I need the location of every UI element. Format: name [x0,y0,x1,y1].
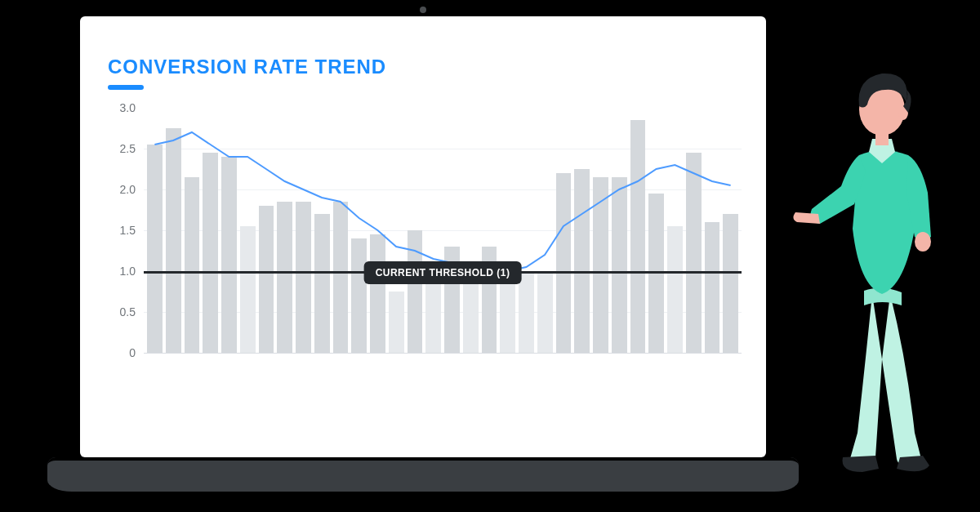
laptop-base [47,457,799,492]
threshold-badge: CURRENT THRESHOLD (1) [364,261,522,284]
threshold-line: CURRENT THRESHOLD (1) [144,271,742,274]
laptop-screen: CONVERSION RATE TREND 00.51.01.52.02.53.… [80,16,766,457]
y-tick-label: 1.0 [120,265,136,278]
svg-point-0 [915,232,931,252]
chart-title: CONVERSION RATE TREND [108,56,386,78]
camera-dot [420,7,426,13]
y-tick-label: 1.5 [120,224,136,237]
plot-area: CURRENT THRESHOLD (1) [144,108,742,354]
conversion-chart: 00.51.01.52.02.53.0 CURRENT THRESHOLD (1… [100,108,745,377]
title-underline [108,85,144,90]
y-tick-label: 3.0 [120,101,136,114]
y-tick-label: 2.0 [120,183,136,196]
y-tick-label: 0.5 [120,305,136,318]
trend-line [144,108,742,353]
person-illustration [800,49,964,474]
y-tick-label: 0 [129,346,136,359]
y-tick-label: 2.5 [120,142,136,155]
y-axis-labels: 00.51.01.52.02.53.0 [100,108,139,353]
